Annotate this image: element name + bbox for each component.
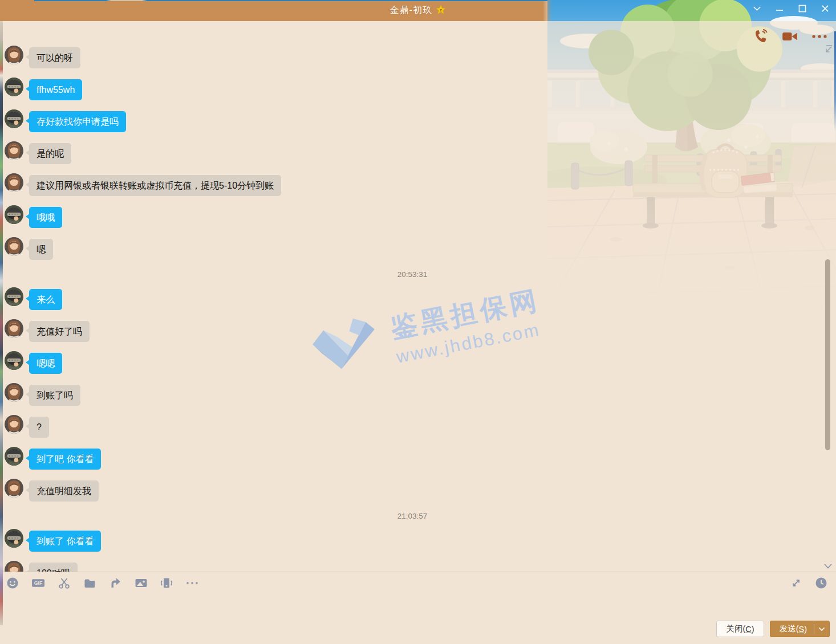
message-row: 嗯嗯 — [0, 351, 825, 374]
message-row: 充值明细发我 — [0, 479, 825, 502]
message-row: 可以的呀 — [0, 46, 825, 68]
close-chat-button[interactable]: 关闭(C) — [716, 621, 764, 637]
expand-window-icon[interactable] — [789, 576, 803, 590]
chat-area: 可以的呀 ffhw55wh — [0, 21, 836, 572]
maximize-icon[interactable] — [794, 1, 811, 16]
message-row: 嗯 — [0, 237, 825, 260]
scroll-down-icon[interactable] — [823, 562, 833, 570]
chat-actions — [752, 28, 828, 44]
message-text: 哦哦 — [36, 212, 55, 223]
avatar[interactable] — [5, 319, 23, 338]
compose-toolbar: GIF — [6, 576, 199, 590]
close-icon[interactable] — [817, 1, 834, 16]
compose-toolbar-right — [789, 576, 828, 590]
emoji-icon[interactable] — [6, 576, 19, 590]
avatar[interactable] — [5, 447, 23, 466]
more-actions-icon[interactable] — [811, 28, 828, 44]
minimize-icon[interactable] — [771, 1, 788, 16]
message-bubble[interactable]: 到了吧 你看看 — [29, 449, 101, 470]
svg-text:GIF: GIF — [34, 580, 42, 586]
window-title: 金鼎-初玖 — [390, 5, 432, 17]
chat-history-clock-icon[interactable] — [814, 576, 828, 590]
message-bubble[interactable]: 充值好了吗 — [29, 321, 90, 342]
timestamp: 21:03:57 — [397, 512, 428, 520]
video-call-icon[interactable] — [781, 28, 798, 44]
message-row: 到账了吗 — [0, 383, 825, 406]
footer-buttons: 关闭(C) 发送(S) — [716, 621, 830, 637]
message-row: 存好款找你申请是吗 — [0, 109, 825, 132]
timestamp: 20:53:31 — [397, 270, 428, 279]
message-row: 哦哦 — [0, 205, 825, 228]
message-row: 来么 — [0, 287, 825, 310]
window-shake-icon[interactable] — [160, 576, 173, 590]
avatar[interactable] — [5, 173, 23, 192]
message-text: 到了吧 你看看 — [36, 454, 94, 465]
avatar[interactable] — [5, 109, 23, 128]
message-bubble[interactable]: 存好款找你申请是吗 — [29, 111, 126, 132]
message-row: 到了吧 你看看 — [0, 447, 825, 470]
message-bubble[interactable]: 哦哦 — [29, 207, 62, 228]
avatar[interactable] — [5, 287, 23, 306]
message-bubble[interactable]: 充值明细发我 — [29, 480, 99, 502]
avatar[interactable] — [5, 205, 23, 224]
gif-icon[interactable]: GIF — [31, 576, 45, 590]
file-folder-icon[interactable] — [83, 576, 96, 590]
timestamp-row: 21:03:57 — [0, 511, 825, 521]
message-bubble[interactable]: 可以的呀 — [29, 47, 80, 68]
avatar[interactable] — [5, 237, 23, 256]
message-text: 存好款找你申请是吗 — [36, 116, 119, 128]
message-input[interactable] — [5, 595, 826, 619]
avatar[interactable] — [5, 351, 23, 370]
message-bubble[interactable]: 建议用网银或者银联转账或虚拟币充值，提现5-10分钟到账 — [29, 175, 281, 196]
scroll-to-top-icon[interactable] — [823, 43, 834, 54]
share-forward-icon[interactable] — [108, 576, 122, 590]
message-text: 到账了吗 — [36, 390, 73, 401]
message-text: ? — [36, 422, 42, 433]
message-bubble[interactable]: 来么 — [29, 289, 62, 310]
message-bubble[interactable]: 嗯 — [29, 239, 53, 260]
screenshot-scissors-icon[interactable] — [57, 576, 71, 590]
avatar[interactable] — [5, 529, 23, 548]
message-row: 是的呢 — [0, 141, 825, 164]
message-text: 建议用网银或者银联转账或虚拟币充值，提现5-10分钟到账 — [36, 180, 274, 191]
avatar[interactable] — [5, 141, 23, 160]
message-bubble[interactable]: 是的呢 — [29, 143, 71, 164]
message-text: ffhw55wh — [36, 84, 75, 96]
voice-call-icon[interactable] — [752, 28, 769, 44]
message-row: ffhw55wh — [0, 78, 825, 100]
message-list: 可以的呀 ffhw55wh — [0, 46, 825, 625]
send-label: 发送(S) — [770, 621, 814, 637]
message-text: 到账了 你看看 — [36, 536, 94, 547]
background-window-sliver-top — [34, 0, 547, 1]
message-text: 充值明细发我 — [36, 486, 91, 497]
picture-icon[interactable] — [134, 576, 148, 590]
avatar[interactable] — [5, 479, 23, 498]
send-options-chevron-icon[interactable] — [814, 621, 829, 637]
avatar[interactable] — [5, 46, 23, 64]
background-window-sliver-left — [0, 21, 3, 625]
timestamp-row: 20:53:31 — [0, 269, 825, 279]
avatar[interactable] — [5, 383, 23, 402]
message-row: 到账了 你看看 — [0, 529, 825, 552]
compose-panel: GIF — [0, 572, 836, 644]
message-text: 来么 — [36, 294, 55, 305]
avatar[interactable] — [5, 78, 23, 96]
message-bubble[interactable]: ? — [29, 417, 49, 438]
message-bubble[interactable]: 嗯嗯 — [29, 353, 62, 374]
message-text: 嗯 — [36, 244, 46, 255]
collapse-chevron-icon[interactable] — [748, 1, 765, 16]
svg-text:z: z — [440, 7, 442, 12]
avatar[interactable] — [5, 415, 23, 434]
message-bubble[interactable]: ffhw55wh — [29, 79, 82, 100]
message-row: ? — [0, 415, 825, 438]
message-text: 可以的呀 — [36, 52, 73, 64]
message-bubble[interactable]: 到账了 你看看 — [29, 531, 101, 552]
send-button[interactable]: 发送(S) — [770, 621, 830, 637]
scrollbar-thumb[interactable] — [825, 259, 830, 450]
message-text: 是的呢 — [36, 148, 64, 160]
qq-chat-window: 金鼎-初玖 z — [0, 0, 836, 644]
vip-star-badge: z — [436, 5, 446, 17]
window-controls — [748, 0, 834, 17]
message-bubble[interactable]: 到账了吗 — [29, 385, 80, 406]
more-tools-icon[interactable] — [185, 576, 199, 590]
